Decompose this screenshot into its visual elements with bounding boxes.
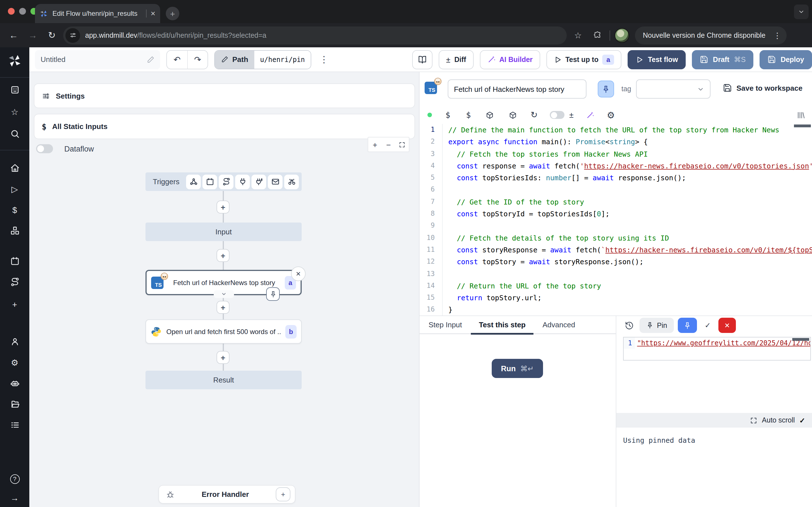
sidebar-arrow-right-button[interactable]: → (6, 489, 24, 506)
profile-avatar[interactable] (615, 28, 629, 43)
tab-advanced[interactable]: Advanced (543, 316, 575, 334)
site-settings-button[interactable] (65, 28, 80, 43)
ai-builder-button[interactable]: AI Builder (479, 50, 540, 69)
deploy-button[interactable]: Deploy (760, 50, 812, 69)
step-name-input[interactable]: Fetch url of HackerNews top story (448, 79, 587, 99)
sidebar-play-button[interactable]: ▷ (6, 180, 24, 197)
trigger-mail-button[interactable] (268, 174, 283, 189)
add-step-button[interactable]: + (216, 249, 230, 262)
flow-name-input[interactable]: Untitled (35, 50, 160, 69)
close-pinned-button[interactable]: ✕ (718, 318, 736, 333)
trigger-plug-button[interactable] (235, 174, 250, 189)
tab-test-this-step[interactable]: Test this step (479, 316, 526, 334)
package-button[interactable] (486, 109, 494, 121)
code-editor[interactable]: 1// Define the main function to fetch th… (419, 124, 812, 316)
add-error-handler-button[interactable]: + (276, 487, 290, 501)
zoom-out-button[interactable]: − (382, 137, 395, 152)
draft-button[interactable]: Draft ⌘S (692, 50, 754, 69)
trigger-calendar-button[interactable] (202, 174, 217, 189)
pin-toggle-button[interactable] (598, 80, 614, 98)
sidebar-cubes-button[interactable] (6, 222, 24, 239)
sidebar-star-button[interactable]: ☆ (6, 103, 24, 120)
zoom-in-button[interactable]: + (368, 137, 382, 152)
pinned-indicator[interactable] (266, 287, 280, 301)
dataflow-toggle[interactable] (36, 144, 53, 153)
trigger-webhook-button[interactable] (186, 174, 201, 189)
windmill-logo[interactable] (7, 54, 22, 68)
browser-tab[interactable]: Edit Flow u/henri/pin_results ✕ (35, 4, 160, 23)
trigger-binoculars-button[interactable] (284, 174, 299, 189)
tab-step-input[interactable]: Step Input (428, 316, 462, 334)
all-static-inputs-row[interactable]: $ All Static Inputs (34, 114, 415, 139)
extensions-button[interactable] (589, 27, 605, 43)
sidebar-dollar-button[interactable]: $ (6, 201, 24, 218)
triggers-node[interactable]: Triggers (146, 172, 302, 191)
more-options-icon[interactable]: ⋮ (317, 54, 331, 65)
reload-button[interactable]: ↻ (44, 27, 60, 43)
trigger-plug-bolt-button[interactable] (252, 174, 266, 189)
forward-button[interactable]: → (25, 27, 41, 43)
sidebar-folder-button[interactable] (6, 395, 24, 412)
editor-scrollbar[interactable] (794, 124, 811, 127)
close-tab-icon[interactable]: ✕ (151, 10, 156, 17)
sidebar-robot-button[interactable] (6, 375, 24, 392)
minimize-window-button[interactable] (19, 8, 26, 15)
diff-button[interactable]: ± (569, 109, 573, 121)
pin-active-button[interactable] (678, 318, 697, 333)
resources-button[interactable]: $ (466, 109, 471, 121)
save-to-workspace-button[interactable]: Save to workspace (723, 83, 802, 93)
diff-button[interactable]: ± Diff (439, 50, 473, 69)
pinned-data-editor[interactable]: 1 "https://www.geoffreylitt.com/2025/04/… (623, 337, 811, 360)
flow-settings-row[interactable]: Settings (34, 83, 415, 108)
fit-view-button[interactable] (395, 137, 409, 152)
sidebar-gear-button[interactable]: ⚙ (6, 354, 24, 371)
step-node-b[interactable]: Open url and fetch first 500 words of ..… (146, 320, 302, 344)
sidebar-help-button[interactable]: ? (6, 470, 24, 487)
tab-search-button[interactable] (794, 4, 809, 19)
error-handler-node[interactable]: Error Handler + (158, 485, 296, 504)
sidebar-search-button[interactable] (6, 125, 24, 142)
trigger-route-button[interactable] (219, 174, 234, 189)
add-step-button[interactable]: + (216, 351, 230, 364)
sidebar-user-button[interactable] (6, 333, 24, 350)
bookmark-star-icon[interactable]: ☆ (570, 27, 586, 43)
tag-select[interactable] (636, 79, 711, 99)
pin-button[interactable]: Pin (640, 318, 674, 333)
step-node-a[interactable]: TS Fetch url of HackerNews top story a ✕ (146, 270, 302, 295)
add-step-button[interactable]: + (216, 301, 230, 314)
editor-settings-button[interactable]: ⚙ (607, 109, 615, 121)
auto-scroll-chec k-icon[interactable]: ✓ (799, 416, 805, 425)
test-up-to-button[interactable]: Test up to a (546, 50, 621, 69)
new-tab-button[interactable]: + (166, 7, 179, 20)
back-button[interactable]: ← (6, 27, 21, 43)
docs-button[interactable] (412, 50, 433, 69)
sidebar-route-button[interactable] (6, 273, 24, 290)
reset-button[interactable]: ↻ (530, 109, 538, 121)
expand-icon[interactable] (750, 416, 757, 424)
sidebar-calendar-button[interactable] (6, 252, 24, 269)
redo-button[interactable]: ↷ (187, 50, 207, 68)
library-panel-button[interactable] (797, 109, 805, 121)
test-flow-button[interactable]: Test flow (627, 50, 686, 69)
result-node[interactable]: Result (146, 371, 302, 389)
collapse-step-button[interactable] (213, 290, 234, 298)
sidebar-grid-button[interactable] (6, 81, 24, 98)
variables-button[interactable]: $ (446, 109, 450, 121)
address-bar[interactable]: app.windmill.dev/flows/edit/u/henri/pin_… (63, 26, 567, 44)
package-button[interactable] (509, 109, 517, 121)
undo-button[interactable]: ↶ (167, 50, 187, 68)
history-button[interactable] (623, 318, 636, 333)
sidebar-list-button[interactable] (6, 416, 24, 433)
sidebar-plus-button[interactable]: + (6, 296, 24, 313)
pinned-editor-scrollbar[interactable] (792, 338, 809, 341)
path-control[interactable]: Path u/henri/pin (214, 50, 311, 69)
input-node[interactable]: Input (146, 223, 302, 241)
browser-menu-icon[interactable]: ⋮ (771, 31, 783, 40)
close-window-button[interactable] (8, 8, 15, 15)
delete-step-button[interactable]: ✕ (291, 267, 306, 281)
chrome-update-button[interactable]: Nouvelle version de Chrome disponible ⋮ (635, 26, 787, 44)
accept-button[interactable]: ✓ (701, 318, 714, 333)
add-step-button[interactable]: + (216, 201, 230, 214)
sidebar-home-button[interactable] (6, 159, 24, 176)
diff-mode-toggle[interactable] (550, 111, 565, 119)
